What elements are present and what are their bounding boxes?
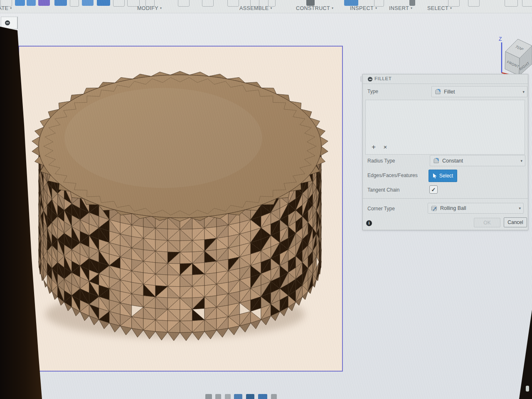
dialog-header[interactable]: FILLET <box>363 74 528 84</box>
edges-select-button[interactable]: Select <box>429 170 457 182</box>
viewport-icon[interactable] <box>258 394 267 399</box>
chevron-down-icon: ▾ <box>520 159 522 163</box>
collapsed-browser-panel[interactable] <box>1 17 18 29</box>
menu-assemble[interactable]: ASSEMBLE▾ <box>239 5 272 12</box>
corner-type-label: Corner Type <box>367 206 395 212</box>
record-dot-icon <box>5 20 10 25</box>
chevron-down-icon: ▾ <box>522 90 525 94</box>
tangent-chain-label: Tangent Chain <box>367 187 399 193</box>
radius-type-label: Radius Type <box>367 158 395 164</box>
chevron-down-icon: ▾ <box>375 6 377 10</box>
chevron-down-icon: ▾ <box>271 6 272 10</box>
menu-label: MODIFY <box>137 5 158 11</box>
press-pull-icon[interactable] <box>82 0 94 6</box>
menu-label: ASSEMBLE <box>239 5 269 11</box>
pan-icon[interactable] <box>215 394 221 399</box>
fillet-icon[interactable] <box>97 0 110 6</box>
combine-icon[interactable] <box>178 0 190 7</box>
power-led <box>526 386 529 392</box>
menu-insert[interactable]: INSERT▾ <box>389 5 412 12</box>
menu-inspect[interactable]: INSPECT▾ <box>350 5 377 12</box>
z-axis-label: Z <box>499 36 502 42</box>
zoom-icon[interactable] <box>225 394 231 399</box>
shell-icon[interactable] <box>113 0 125 7</box>
grid-icon[interactable] <box>246 394 254 399</box>
fillet-dialog: FILLET Type Fillet ▾ + × Radius Type <box>362 74 528 230</box>
fusion360-app-window: CREATE▾MODIFY▾ASSEMBLE▾CONSTRUCT▾INSPECT… <box>0 0 532 399</box>
remove-selection-set-button[interactable]: × <box>381 143 390 152</box>
dialog-title: FILLET <box>374 76 392 81</box>
ok-button[interactable]: OK <box>474 218 500 227</box>
info-icon[interactable]: i <box>366 220 372 226</box>
select-button-label: Select <box>439 173 453 179</box>
dialog-grip-icon <box>368 77 372 81</box>
type-value: Fillet <box>444 89 521 95</box>
radius-type-dropdown[interactable]: Constant ▾ <box>430 155 525 166</box>
settings-icon[interactable] <box>271 394 277 399</box>
display-icon[interactable] <box>234 394 242 399</box>
divider <box>363 198 528 199</box>
fillet-sets-list[interactable]: + × <box>365 100 525 155</box>
orbit-icon[interactable] <box>205 394 212 399</box>
cancel-button[interactable]: Cancel <box>504 217 527 227</box>
edges-label: Edges/Faces/Features <box>367 172 418 178</box>
fillet-type-icon <box>434 88 441 95</box>
split-body-icon[interactable] <box>227 0 239 7</box>
constant-radius-icon <box>433 157 440 164</box>
menu-create[interactable]: CREATE▾ <box>0 5 12 12</box>
filter-icon[interactable] <box>505 0 518 7</box>
chevron-down-icon: ▾ <box>519 206 521 210</box>
extrude-icon[interactable] <box>15 0 25 6</box>
menu-construct[interactable]: CONSTRUCT▾ <box>296 5 333 12</box>
menu-select[interactable]: SELECT▾ <box>427 5 452 12</box>
corner-type-value: Rolling Ball <box>440 205 517 211</box>
top-toolbar: CREATE▾MODIFY▾ASSEMBLE▾CONSTRUCT▾INSPECT… <box>0 0 532 13</box>
paint-select-icon[interactable] <box>468 0 480 7</box>
chevron-down-icon: ▾ <box>10 6 12 10</box>
menu-label: CREATE <box>0 5 8 11</box>
chevron-down-icon: ▾ <box>332 6 333 10</box>
menu-label: SELECT <box>427 5 448 11</box>
menu-label: INSPECT <box>350 5 374 11</box>
divider <box>363 84 528 84</box>
type-dropdown[interactable]: Fillet ▾ <box>431 86 527 97</box>
cursor-arrow-icon <box>433 173 437 179</box>
3d-viewport[interactable]: ZXTOPFRONTRIGHT FILLET Type Fillet ▾ + × <box>0 13 532 399</box>
rolling-ball-icon <box>431 205 438 212</box>
sweep-icon[interactable] <box>38 0 50 6</box>
checkmark-icon: ✓ <box>431 187 436 193</box>
loft-icon[interactable] <box>54 0 67 6</box>
corner-type-dropdown[interactable]: Rolling Ball ▾ <box>428 203 524 214</box>
chevron-down-icon: ▾ <box>450 6 452 10</box>
chevron-down-icon: ▾ <box>411 6 412 10</box>
revolve-icon[interactable] <box>27 0 36 6</box>
radius-type-value: Constant <box>442 158 519 164</box>
tangent-chain-checkbox[interactable]: ✓ <box>429 185 438 194</box>
add-selection-set-button[interactable]: + <box>369 143 378 152</box>
menu-label: INSERT <box>389 5 409 11</box>
chevron-down-icon: ▾ <box>160 6 162 10</box>
menu-modify[interactable]: MODIFY▾ <box>137 5 162 12</box>
type-label: Type <box>367 89 378 94</box>
priority-icon[interactable] <box>522 0 532 7</box>
menu-label: CONSTRUCT <box>296 5 330 11</box>
dialog-dock-grip[interactable] <box>361 76 362 82</box>
rib-icon[interactable] <box>70 0 79 7</box>
offset-face-icon[interactable] <box>202 0 214 7</box>
